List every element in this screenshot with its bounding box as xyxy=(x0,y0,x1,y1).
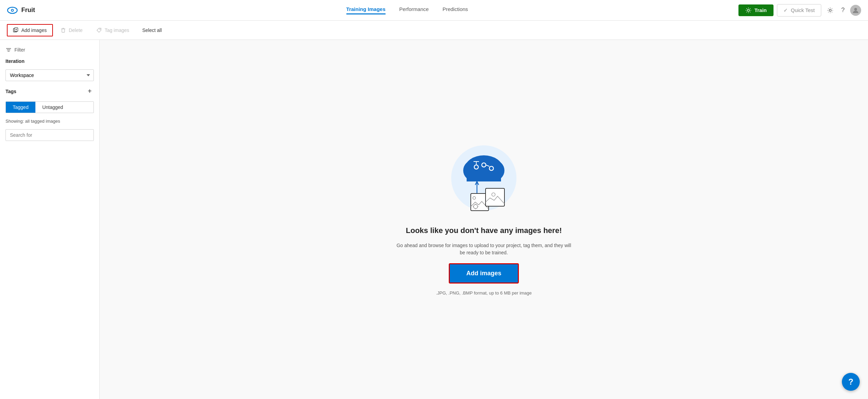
tags-header: Tags + xyxy=(5,87,94,96)
help-fab-button[interactable]: ? xyxy=(842,373,860,391)
svg-point-3 xyxy=(747,9,749,11)
svg-point-2 xyxy=(12,10,13,11)
delete-icon xyxy=(60,27,66,33)
format-text: .JPG, .PNG, .BMP format, up to 6 MB per … xyxy=(436,290,532,296)
select-all-label[interactable]: Select all xyxy=(137,25,167,36)
tags-toggle: Tagged Untagged xyxy=(5,101,94,113)
svg-point-13 xyxy=(100,29,101,30)
question-icon: ? xyxy=(841,7,845,14)
toolbar: Add images Delete Tag images Select all xyxy=(0,21,868,40)
header-actions: Train ✓ Quick Test ? xyxy=(738,4,861,16)
svg-point-5 xyxy=(854,8,857,11)
logo-area: Fruit xyxy=(7,5,76,16)
filter-icon xyxy=(5,47,12,53)
settings-icon xyxy=(827,7,834,14)
content-area: Looks like you don't have any images her… xyxy=(100,40,868,399)
add-images-large-button[interactable]: Add images xyxy=(449,263,519,284)
untagged-button[interactable]: Untagged xyxy=(35,102,70,113)
iteration-dropdown[interactable]: Workspace xyxy=(5,69,94,81)
iteration-section: Iteration xyxy=(5,58,94,64)
tag-images-label: Tag images xyxy=(104,27,129,33)
tab-performance[interactable]: Performance xyxy=(399,6,429,14)
train-gear-icon xyxy=(745,7,752,13)
train-label: Train xyxy=(754,7,767,13)
svg-rect-21 xyxy=(467,168,501,181)
tagged-button[interactable]: Tagged xyxy=(6,102,35,113)
add-images-icon xyxy=(13,27,19,33)
tag-images-button[interactable]: Tag images xyxy=(90,24,135,36)
delete-button[interactable]: Delete xyxy=(54,24,89,36)
empty-illustration xyxy=(446,144,522,219)
empty-state: Looks like you don't have any images her… xyxy=(381,130,587,309)
filter-row[interactable]: Filter xyxy=(5,47,94,53)
user-icon xyxy=(852,7,859,14)
avatar[interactable] xyxy=(850,5,861,16)
empty-title: Looks like you don't have any images her… xyxy=(406,226,562,235)
tag-images-icon xyxy=(96,27,102,33)
quick-test-button[interactable]: ✓ Quick Test xyxy=(777,4,821,16)
main-layout: Filter Iteration Workspace Tags + Tagged… xyxy=(0,40,868,399)
train-button[interactable]: Train xyxy=(738,4,774,16)
help-header-button[interactable]: ? xyxy=(839,4,847,16)
checkmark-icon: ✓ xyxy=(783,7,788,13)
svg-point-4 xyxy=(829,9,831,11)
quick-test-label: Quick Test xyxy=(791,7,815,13)
add-tag-button[interactable]: + xyxy=(86,87,94,96)
add-images-label: Add images xyxy=(21,27,47,33)
filter-label: Filter xyxy=(14,47,25,53)
empty-subtitle: Go ahead and browse for images to upload… xyxy=(394,242,573,256)
settings-button[interactable] xyxy=(825,5,836,16)
svg-rect-10 xyxy=(62,29,65,32)
app-title: Fruit xyxy=(21,7,35,14)
tab-predictions[interactable]: Predictions xyxy=(443,6,468,14)
showing-text: Showing: all tagged images xyxy=(5,119,94,124)
header: Fruit Training Images Performance Predic… xyxy=(0,0,868,21)
tab-training-images[interactable]: Training Images xyxy=(346,6,386,14)
logo-icon xyxy=(7,5,18,16)
delete-label: Delete xyxy=(69,27,82,33)
nav-tabs: Training Images Performance Predictions xyxy=(80,6,734,14)
svg-rect-36 xyxy=(486,188,504,206)
add-images-button[interactable]: Add images xyxy=(7,24,53,36)
sidebar: Filter Iteration Workspace Tags + Tagged… xyxy=(0,40,100,399)
search-input[interactable] xyxy=(5,129,94,141)
iteration-label: Iteration xyxy=(5,58,94,64)
tags-label: Tags xyxy=(5,89,16,94)
